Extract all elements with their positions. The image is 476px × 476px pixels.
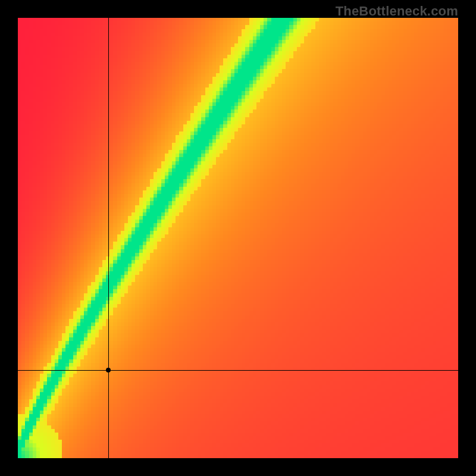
crosshair-vertical — [108, 18, 109, 458]
watermark-text: TheBottleneck.com — [336, 4, 458, 19]
chart-stage: TheBottleneck.com — [0, 0, 476, 476]
crosshair-horizontal — [18, 370, 458, 371]
heatmap-canvas — [18, 18, 458, 458]
crosshair-dot — [106, 368, 111, 372]
